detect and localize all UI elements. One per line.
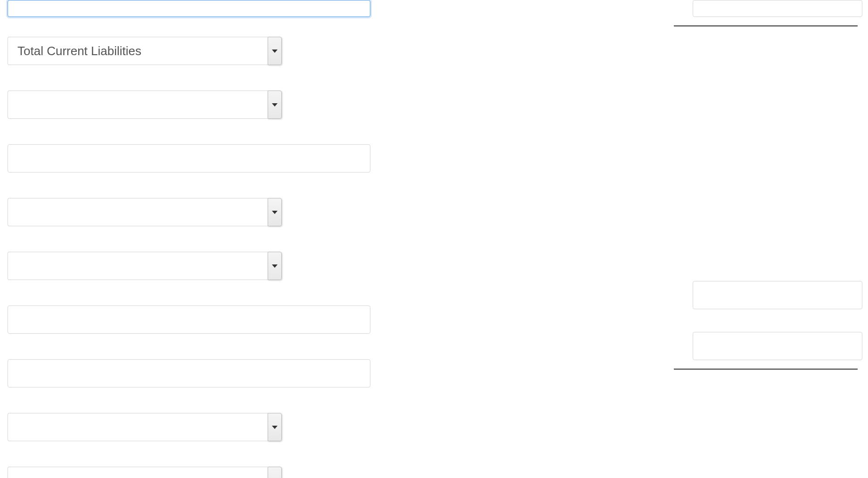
form-row [8,144,375,173]
form-row: Total Current Liabilities [8,37,375,65]
chevron-down-icon [272,264,278,268]
dropdown-label: Total Current Liabilities [8,37,268,65]
chevron-down-icon [272,211,278,214]
form-row [8,198,375,226]
chevron-down-icon [272,49,278,53]
dropdown-toggle[interactable] [268,91,282,119]
subtotal-underline [674,369,858,370]
form-row [8,467,375,478]
dropdown-label [8,91,268,119]
right-column [674,0,858,370]
left-column: Total Current Liabilities [8,0,375,478]
dropdown-3[interactable] [8,91,282,119]
dropdown-toggle[interactable] [268,37,282,65]
form-row [8,91,375,119]
dropdown-label [8,413,268,441]
form-row [8,413,375,441]
amount-input-top[interactable] [693,0,862,17]
text-input-7[interactable] [8,305,370,334]
form-row [8,0,375,17]
form-row [8,252,375,280]
chevron-down-icon [272,426,278,429]
form-row [8,305,375,334]
dropdown-toggle[interactable] [268,413,282,441]
dropdown-6[interactable] [8,252,282,280]
dropdown-9[interactable] [8,413,282,441]
dropdown-label [8,252,268,280]
form-row [8,359,375,387]
amount-input-mid-1[interactable] [693,281,862,309]
dropdown-2[interactable]: Total Current Liabilities [8,37,282,65]
dropdown-5[interactable] [8,198,282,226]
dropdown-label [8,467,268,478]
dropdown-10[interactable] [8,467,282,478]
text-input-4[interactable] [8,144,370,173]
dropdown-toggle[interactable] [268,198,282,226]
amount-input-mid-2[interactable] [693,332,862,360]
chevron-down-icon [272,103,278,107]
dropdown-toggle[interactable] [268,467,282,478]
spacer [674,309,858,332]
spacer [674,26,858,281]
dropdown-toggle[interactable] [268,252,282,280]
text-input-8[interactable] [8,359,370,387]
dropdown-label [8,198,268,226]
text-input-1[interactable] [8,0,370,17]
